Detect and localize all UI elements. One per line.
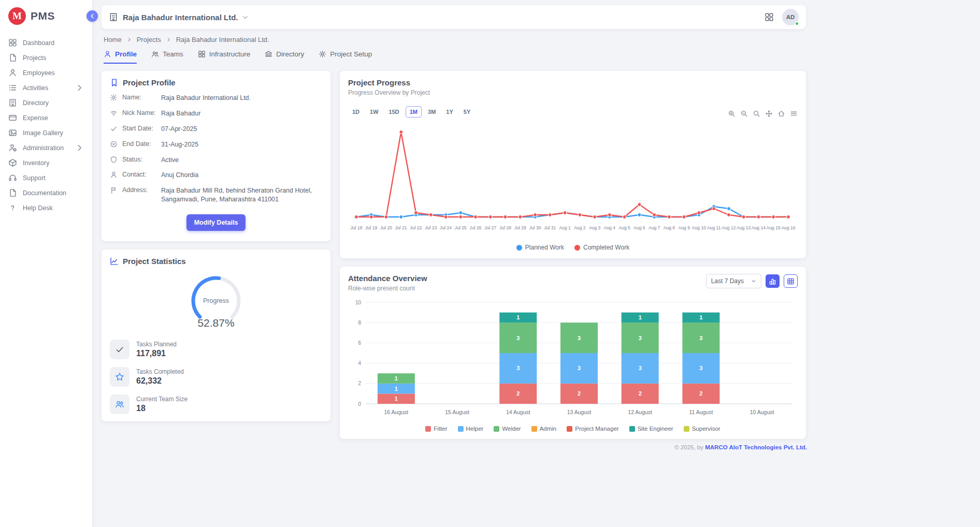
- range-button-1d[interactable]: 1D: [348, 106, 364, 118]
- breadcrumb-home[interactable]: Home: [104, 36, 122, 43]
- legend-item[interactable]: Fitter: [425, 426, 447, 432]
- svg-text:3: 3: [578, 335, 581, 341]
- sidebar-item-support[interactable]: Support: [0, 170, 92, 185]
- field-label: End Date:: [122, 140, 156, 148]
- sidebar-item-label: Employees: [23, 69, 55, 77]
- support-icon: [8, 173, 17, 182]
- gear-icon: [110, 94, 118, 101]
- svg-text:10: 10: [355, 300, 362, 305]
- field-value: Raja Bahadur Mill Rd, behind Sheraton Gr…: [161, 186, 322, 204]
- project-profile-card: Project Profile Name: Raja Bahadur Inter…: [102, 71, 330, 241]
- chevron-down-icon[interactable]: [242, 14, 249, 21]
- svg-text:Jul 18: Jul 18: [351, 225, 363, 230]
- documentation-icon: [8, 188, 17, 197]
- tab-label: Project Setup: [330, 50, 372, 58]
- inventory-icon: [8, 158, 17, 167]
- check-icon: [110, 125, 118, 133]
- app-logo[interactable]: M PMS: [0, 0, 92, 33]
- sidebar-item-expense[interactable]: Expense: [0, 110, 92, 125]
- breadcrumb: Home Projects Raja Bahadur International…: [104, 36, 804, 43]
- chart-menu-icon[interactable]: [790, 110, 798, 118]
- legend-label: Site Engineer: [638, 426, 673, 432]
- range-button-1m[interactable]: 1M: [406, 106, 422, 118]
- legend-item[interactable]: Supervisor: [684, 426, 720, 432]
- sidebar-item-directory[interactable]: Directory: [0, 95, 92, 110]
- stat-tasks-planned: Tasks Planned 117,891: [110, 340, 322, 359]
- svg-text:15 August: 15 August: [445, 409, 469, 415]
- footer: © 2025, by MARCO AIoT Technologies Pvt. …: [103, 444, 807, 450]
- svg-text:0: 0: [358, 401, 361, 407]
- range-button-3m[interactable]: 3M: [424, 106, 440, 118]
- zoom-selection-icon[interactable]: [753, 110, 760, 118]
- tab-label: Profile: [115, 50, 137, 58]
- table-view-toggle[interactable]: [784, 274, 798, 288]
- apps-grid-icon[interactable]: [765, 12, 774, 22]
- sidebar-item-label: Expense: [23, 114, 48, 122]
- user-avatar[interactable]: AD: [782, 9, 799, 25]
- sidebar-item-documentation[interactable]: Documentation: [0, 185, 92, 200]
- legend-item[interactable]: Project Manager: [567, 426, 618, 432]
- sidebar-item-dashboard[interactable]: Dashboard: [0, 35, 92, 50]
- flag-icon: [110, 186, 118, 194]
- range-button-1y[interactable]: 1Y: [442, 106, 457, 118]
- card-title: Project Profile: [123, 78, 176, 87]
- person-icon: [110, 171, 118, 179]
- svg-text:Aug 7: Aug 7: [648, 225, 660, 230]
- stat-value: 62,332: [136, 376, 184, 386]
- sidebar-collapse-button[interactable]: [87, 10, 98, 22]
- tab-teams[interactable]: Teams: [151, 50, 183, 64]
- tab-directory[interactable]: Directory: [265, 50, 304, 64]
- reset-home-icon[interactable]: [777, 110, 785, 118]
- svg-text:Jul 21: Jul 21: [395, 225, 407, 230]
- legend-item[interactable]: Site Engineer: [629, 426, 673, 432]
- profile-tab-icon: [104, 50, 111, 58]
- range-button-5y[interactable]: 5Y: [459, 106, 474, 118]
- legend-item[interactable]: Completed Work: [574, 244, 629, 251]
- legend-item[interactable]: Planned Work: [516, 244, 564, 251]
- company-selector-label[interactable]: Raja Bahadur International Ltd.: [123, 13, 238, 22]
- range-button-15d[interactable]: 15D: [385, 106, 403, 118]
- chart-view-toggle[interactable]: [766, 274, 780, 288]
- sidebar-item-administration[interactable]: Administration: [0, 140, 92, 155]
- star-icon: [110, 367, 129, 387]
- dashboard-icon: [8, 38, 17, 47]
- svg-text:Aug 3: Aug 3: [589, 225, 601, 230]
- field-value: Anuj Chordia: [161, 171, 198, 180]
- svg-text:52.87%: 52.87%: [197, 317, 234, 329]
- legend-item[interactable]: Helper: [458, 426, 484, 432]
- svg-text:Aug 5: Aug 5: [618, 225, 630, 230]
- company-link[interactable]: MARCO AIoT Technologies Pvt. Ltd.: [705, 444, 807, 450]
- sidebar-item-image-gallery[interactable]: Image Gallery: [0, 125, 92, 140]
- tab-infrastructure[interactable]: Infrastructure: [198, 50, 251, 64]
- sidebar-item-inventory[interactable]: Inventory: [0, 155, 92, 170]
- tab-profile[interactable]: Profile: [104, 50, 137, 64]
- sidebar-item-projects[interactable]: Projects: [0, 50, 92, 65]
- progress-line-chart[interactable]: Jul 18Jul 19Jul 20Jul 21Jul 22Jul 23Jul …: [348, 120, 797, 241]
- zoom-in-icon[interactable]: [728, 110, 736, 118]
- tab-project-setup[interactable]: Project Setup: [319, 50, 372, 64]
- modify-details-button[interactable]: Modify Details: [186, 214, 246, 231]
- breadcrumb-projects[interactable]: Projects: [137, 36, 161, 43]
- pan-icon[interactable]: [765, 110, 773, 118]
- zoom-out-icon[interactable]: [740, 110, 748, 118]
- legend-item[interactable]: Admin: [531, 426, 557, 432]
- svg-text:Aug 4: Aug 4: [604, 225, 616, 230]
- legend-label: Fitter: [434, 426, 447, 432]
- top-header: Raja Bahadur International Ltd. AD: [102, 5, 806, 29]
- svg-text:1: 1: [516, 314, 520, 320]
- attendance-bar-chart[interactable]: 024681011116 August15 August233114 Augus…: [348, 297, 797, 422]
- logo-badge: M: [8, 7, 26, 25]
- svg-text:3: 3: [699, 335, 702, 341]
- sidebar-item-help-desk[interactable]: Help Desk: [0, 200, 92, 215]
- sidebar-item-label: Support: [23, 174, 46, 182]
- sidebar-item-activities[interactable]: Activities: [0, 80, 92, 95]
- project-progress-card: Project Progress Progress Overview by Pr…: [340, 71, 806, 258]
- stat-label: Current Team Size: [136, 396, 188, 403]
- sidebar-item-employees[interactable]: Employees: [0, 65, 92, 80]
- legend-item[interactable]: Welder: [494, 426, 521, 432]
- svg-text:16 August: 16 August: [384, 409, 409, 415]
- svg-text:Aug 1: Aug 1: [559, 225, 571, 230]
- attendance-range-select[interactable]: Last 7 Days: [706, 274, 761, 288]
- sidebar-menu: Dashboard Projects Employees Activities …: [0, 33, 92, 217]
- range-button-1w[interactable]: 1W: [366, 106, 383, 118]
